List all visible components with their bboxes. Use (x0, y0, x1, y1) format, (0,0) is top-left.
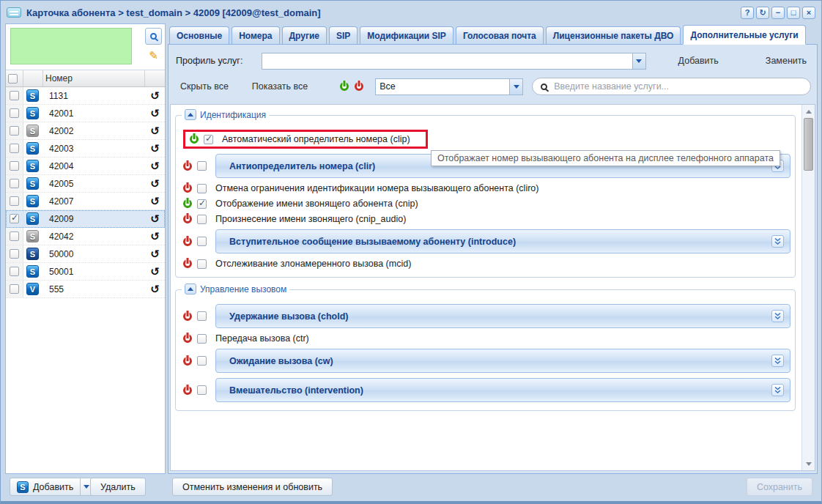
service-checkbox[interactable] (197, 259, 207, 269)
service-label[interactable]: Отмена ограничения идентификации номера … (215, 183, 538, 193)
history-icon[interactable]: ↺ (145, 212, 165, 226)
subscriber-row[interactable]: S 42004 ↺ (6, 158, 165, 175)
scroll-up-arrow[interactable] (803, 105, 814, 117)
subscriber-row[interactable]: S 1131 ↺ (6, 87, 165, 105)
service-checkbox[interactable] (197, 199, 207, 209)
service-checkbox[interactable] (197, 161, 207, 171)
service-checkbox[interactable] (204, 135, 213, 144)
history-icon[interactable]: ↺ (145, 230, 165, 243)
tab[interactable]: Другие (282, 26, 327, 44)
service-label[interactable]: Отображение имени звонящего абонента (cn… (215, 199, 418, 209)
subscriber-row[interactable]: S 50000 ↺ (6, 245, 165, 263)
save-button[interactable]: Сохранить (747, 478, 812, 496)
collapse-section-button[interactable] (185, 109, 196, 120)
profile-combo-input[interactable] (262, 53, 632, 69)
service-label[interactable]: Удержание вызова (chold) (229, 311, 771, 322)
row-checkbox[interactable] (10, 196, 19, 206)
subscriber-row[interactable]: S 50001 ↺ (6, 263, 165, 281)
service-label[interactable]: Вступительное сообщение вызываемому абон… (229, 237, 771, 247)
service-checkbox[interactable] (197, 184, 207, 193)
service-label[interactable]: Автоматический определитель номера (clip… (222, 134, 410, 144)
row-checkbox[interactable] (10, 126, 19, 136)
profile-replace-button[interactable]: Заменить (761, 53, 811, 69)
tab[interactable]: Дополнительные услуги (683, 25, 805, 45)
expand-chevron-button[interactable] (771, 355, 784, 367)
profile-combobox[interactable] (262, 53, 645, 70)
subscriber-row[interactable]: S 42001 ↺ (6, 105, 165, 122)
expand-chevron-button[interactable] (771, 235, 784, 248)
filter-combo-input[interactable] (376, 79, 509, 94)
subscriber-row[interactable]: V 555 ↺ (6, 281, 165, 298)
service-checkbox[interactable] (197, 237, 207, 246)
subscriber-row[interactable]: S 42005 ↺ (6, 175, 165, 193)
filter-combo-arrow[interactable] (509, 79, 522, 94)
power-toggle-icon[interactable] (183, 199, 192, 208)
expand-chevron-button[interactable] (771, 310, 784, 322)
profile-add-button[interactable]: Добавить (674, 53, 723, 69)
row-checkbox[interactable] (10, 91, 19, 100)
maximize-button[interactable]: □ (787, 7, 800, 19)
profile-combo-arrow[interactable] (632, 53, 645, 69)
tab[interactable]: Основные (169, 26, 229, 44)
service-label[interactable]: Произнесение имени звонящего (cnip_audio… (215, 214, 406, 224)
subscriber-row[interactable]: S 42042 ↺ (6, 228, 165, 245)
row-checkbox[interactable] (10, 179, 19, 188)
row-checkbox[interactable] (10, 161, 19, 171)
refresh-button[interactable]: ↻ (756, 7, 769, 19)
subscriber-search-input[interactable] (10, 28, 132, 64)
subscriber-row[interactable]: S 42007 ↺ (6, 193, 165, 210)
history-icon[interactable]: ↺ (145, 248, 165, 261)
vertical-scrollbar[interactable] (801, 105, 815, 470)
show-all-button[interactable]: Показать все (248, 78, 312, 94)
minimize-button[interactable]: − (771, 7, 785, 19)
service-label[interactable]: Передача вызова (ctr) (215, 333, 309, 344)
number-column-header[interactable]: Номер (45, 73, 73, 84)
subscriber-row[interactable]: S 42003 ↺ (6, 140, 165, 158)
row-checkbox[interactable] (10, 108, 19, 118)
power-toggle-icon[interactable] (183, 334, 192, 343)
service-checkbox[interactable] (197, 385, 207, 395)
scrollbar-thumb[interactable] (804, 118, 813, 171)
history-icon[interactable]: ↺ (145, 177, 165, 190)
add-subscriber-split-button[interactable]: S Добавить (10, 478, 93, 496)
service-checkbox[interactable] (197, 334, 207, 344)
tab[interactable]: Номера (232, 26, 279, 44)
service-search-box[interactable] (532, 78, 811, 95)
service-label[interactable]: Отслеживание злонамеренного вызова (mcid… (215, 259, 411, 269)
row-checkbox[interactable] (10, 231, 19, 241)
power-toggle-icon[interactable] (183, 312, 192, 321)
filter-combobox[interactable] (375, 78, 523, 95)
power-toggle-icon[interactable] (183, 237, 192, 246)
cancel-refresh-button[interactable]: Отменить изменения и обновить (172, 478, 333, 496)
power-toggle-icon[interactable] (183, 215, 192, 223)
disable-all-icon[interactable] (355, 82, 363, 91)
subscriber-row[interactable]: S 42002 ↺ (6, 122, 165, 140)
history-icon[interactable]: ↺ (145, 125, 165, 138)
row-checkbox[interactable] (10, 214, 19, 223)
collapse-section-button[interactable] (185, 284, 196, 294)
tab[interactable]: Голосовая почта (456, 26, 544, 44)
search-button[interactable] (145, 28, 162, 45)
power-toggle-icon[interactable] (183, 184, 192, 193)
row-checkbox[interactable] (10, 267, 19, 276)
service-checkbox[interactable] (197, 356, 207, 366)
history-icon[interactable]: ↺ (145, 283, 165, 296)
service-checkbox[interactable] (197, 215, 207, 224)
history-icon[interactable]: ↺ (145, 195, 165, 208)
history-icon[interactable]: ↺ (145, 160, 165, 173)
power-toggle-icon[interactable] (183, 259, 192, 268)
row-checkbox[interactable] (10, 284, 19, 294)
power-toggle-icon[interactable] (190, 135, 199, 144)
history-icon[interactable]: ↺ (145, 107, 165, 120)
row-checkbox[interactable] (10, 144, 19, 153)
row-checkbox[interactable] (10, 249, 19, 259)
tab[interactable]: Модификации SIP (360, 26, 453, 44)
help-button[interactable]: ? (741, 7, 754, 19)
tab[interactable]: Лицензионные пакеты ДВО (546, 26, 681, 44)
history-icon[interactable]: ↺ (145, 89, 165, 103)
delete-subscriber-button[interactable]: Удалить (90, 478, 146, 496)
hide-all-button[interactable]: Скрыть все (176, 78, 233, 94)
enable-all-icon[interactable] (340, 82, 349, 91)
history-icon[interactable]: ↺ (145, 265, 165, 278)
service-label[interactable]: Вмешательство (intervention) (229, 385, 771, 396)
